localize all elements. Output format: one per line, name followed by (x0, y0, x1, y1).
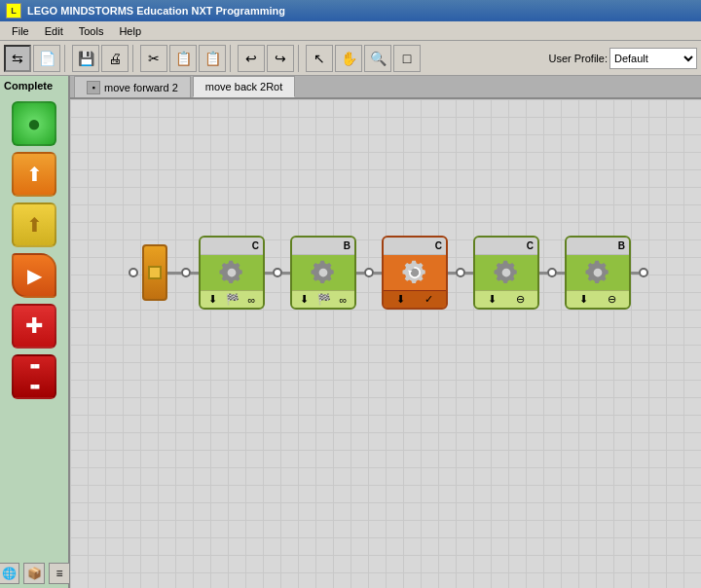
footer-icon-1b: 🏁 (226, 293, 240, 306)
conn-circle-2 (273, 268, 282, 277)
toolbar-pan-btn[interactable]: ✋ (335, 45, 362, 72)
conn-circle-4 (456, 268, 465, 277)
toolbar-copy-btn[interactable]: 📋 (169, 45, 197, 72)
motor-block-1-footer: ⬇ 🏁 ∞ (201, 290, 263, 308)
canvas-area[interactable]: C ⬇ 🏁 ∞ (70, 99, 701, 588)
toolbar-undo-btn[interactable]: ↩ (238, 45, 265, 72)
conn-line-4a (448, 272, 456, 275)
conn-line-2b (282, 272, 290, 275)
toolbar-sep4 (298, 45, 302, 72)
toolbar-sep1 (64, 45, 68, 72)
app-icon: L (6, 3, 21, 18)
footer-icon-4a: ⬇ (488, 293, 497, 306)
footer-icon-1c: ∞ (248, 294, 256, 306)
footer-icon-2b: 🏁 (317, 293, 331, 306)
start-block-inner (148, 266, 162, 279)
action-block-3-header: C (384, 238, 446, 255)
action-block-3-footer: ⬇ ✓ (384, 290, 446, 308)
motor-block-4-header: C (475, 238, 537, 255)
conn-line-3b (374, 272, 382, 275)
toolbar-new-btn[interactable]: 📄 (33, 45, 60, 72)
motor-block-1[interactable]: C ⬇ 🏁 ∞ (199, 236, 265, 310)
tab-close-forward[interactable]: ▪ (87, 81, 100, 94)
toolbar-sep2 (132, 45, 136, 72)
conn-circle-3 (364, 268, 374, 277)
footer-icon-2a: ⬇ (300, 293, 309, 306)
footer-icon-5b: ⊖ (608, 293, 616, 306)
gear-icon-3 (401, 259, 428, 286)
motor-block-4[interactable]: C ⬇ ⊖ (473, 236, 539, 310)
menu-file[interactable]: File (4, 23, 37, 39)
connector-1 (167, 272, 181, 275)
toolbar-sep3 (230, 45, 234, 72)
menu-help[interactable]: Help (111, 23, 149, 39)
block-move-forward[interactable]: ⬆ (12, 152, 56, 197)
block-start-green[interactable]: ● (12, 101, 56, 146)
tab-label-back: move back 2Rot (205, 81, 282, 92)
sidebar-box-btn[interactable]: 📦 (23, 563, 45, 584)
conn-line-5a (539, 272, 547, 275)
toolbar-paste-btn[interactable]: 📋 (199, 45, 226, 72)
block-red-plus[interactable]: ✚ (12, 304, 56, 349)
menu-tools[interactable]: Tools (71, 23, 112, 39)
svg-point-2 (411, 269, 420, 277)
svg-point-0 (228, 269, 237, 277)
block-red-grid[interactable]: ▪▪▪▪ (12, 354, 56, 399)
motor-block-2-body (292, 255, 354, 290)
tab-label-forward: move forward 2 (104, 82, 178, 93)
svg-point-5 (594, 269, 603, 277)
footer-icon-3b: ✓ (424, 293, 433, 306)
blocks-row: C ⬇ 🏁 ∞ (129, 236, 648, 310)
sidebar-globe-btn[interactable]: 🌐 (0, 563, 19, 584)
block-move-up-yellow[interactable]: ⬆ (12, 202, 56, 247)
toolbar-open-btn[interactable]: ⇆ (4, 45, 31, 72)
motor-block-4-label: C (527, 240, 534, 251)
toolbar-fit-btn[interactable]: □ (393, 45, 421, 72)
profile-select[interactable]: Default (609, 48, 697, 69)
conn-circle-5 (547, 268, 557, 277)
conn-line-3a (356, 272, 364, 275)
toolbar-save-btn[interactable]: 💾 (72, 45, 99, 72)
footer-icon-4b: ⊖ (516, 293, 525, 306)
motor-block-5[interactable]: B ⬇ ⊖ (565, 236, 631, 310)
toolbar-redo-btn[interactable]: ↪ (267, 45, 294, 72)
motor-block-5-label: B (618, 240, 625, 251)
sidebar-bottom: 🌐 📦 ≡ (0, 563, 70, 584)
tab-move-back[interactable]: move back 2Rot (193, 76, 295, 97)
motor-block-4-body (475, 255, 537, 290)
sidebar-menu-btn[interactable]: ≡ (49, 563, 70, 584)
motor-block-2[interactable]: B ⬇ 🏁 ∞ (290, 236, 356, 310)
profile-label: User Profile: (548, 53, 608, 64)
footer-icon-5a: ⬇ (579, 293, 588, 306)
conn-line-5b (557, 272, 565, 275)
toolbar: ⇆ 📄 💾 🖨 ✂ 📋 📋 ↩ ↪ ↖ ✋ 🔍 □ User Profile: … (0, 41, 701, 76)
motor-block-5-body (567, 255, 629, 290)
action-block-3[interactable]: C ⬇ ✓ (382, 236, 448, 310)
toolbar-print-btn[interactable]: 🖨 (101, 45, 129, 72)
gear-icon-4 (493, 259, 520, 286)
conn-line-4b (465, 272, 473, 275)
conn-line-2a (265, 272, 273, 275)
end-connector (639, 268, 648, 277)
conn-line-1b (191, 272, 199, 275)
menu-edit[interactable]: Edit (37, 23, 71, 39)
svg-point-4 (502, 269, 511, 277)
action-block-3-body (384, 255, 446, 290)
conn-end-line (631, 272, 639, 275)
start-block[interactable] (142, 244, 167, 301)
toolbar-pointer-btn[interactable]: ↖ (306, 45, 333, 72)
gear-icon-1 (218, 259, 245, 286)
toolbar-zoom-btn[interactable]: 🔍 (364, 45, 391, 72)
motor-block-1-body (201, 255, 263, 290)
content-area: ▪ move forward 2 move back 2Rot (70, 76, 701, 588)
footer-icon-2c: ∞ (340, 294, 348, 306)
footer-icon-1a: ⬇ (208, 293, 217, 306)
gear-icon-2 (310, 259, 337, 286)
tab-move-forward[interactable]: ▪ move forward 2 (74, 76, 191, 97)
action-block-3-label: C (435, 240, 442, 251)
motor-block-2-header: B (292, 238, 354, 255)
titlebar: L LEGO MINDSTORMS Education NXT Programm… (0, 0, 701, 21)
toolbar-cut-btn[interactable]: ✂ (140, 45, 167, 72)
block-shape-orange[interactable]: ▶ (12, 253, 56, 298)
motor-block-1-header: C (201, 238, 263, 255)
